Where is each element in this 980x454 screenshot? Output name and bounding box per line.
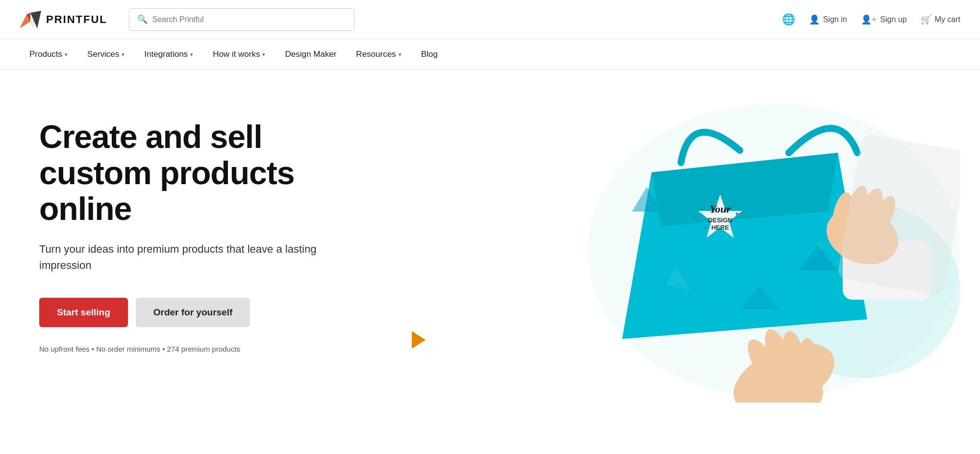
order-for-yourself-button[interactable]: Order for yourself <box>136 298 251 327</box>
hero-buttons: Start selling Order for yourself <box>39 298 382 327</box>
hero-footnote: No upfront fees • No order minimums • 27… <box>39 345 382 353</box>
language-selector[interactable]: 🌐 <box>782 13 795 26</box>
sign-in-label: Sign in <box>823 15 847 24</box>
svg-text:DESIGN: DESIGN <box>708 216 732 224</box>
chevron-down-icon: ▾ <box>262 51 265 58</box>
nav-integrations[interactable]: Integrations ▾ <box>134 39 203 70</box>
search-icon: 🔍 <box>137 14 148 24</box>
nav-services[interactable]: Services ▾ <box>77 39 134 70</box>
cart-button[interactable]: 🛒 My cart <box>921 14 960 25</box>
nav-integrations-label: Integrations <box>144 49 188 59</box>
svg-text:+: + <box>704 223 707 231</box>
sign-up-label: Sign up <box>880 15 906 24</box>
chevron-down-icon: ▾ <box>190 51 193 58</box>
nav-how-it-works-label: How it works <box>213 49 260 59</box>
sign-up-button[interactable]: 👤+ Sign up <box>861 14 907 25</box>
chevron-down-icon: ▾ <box>399 51 402 58</box>
svg-text:HERE: HERE <box>711 224 729 231</box>
svg-text:▶: ▶ <box>736 211 740 216</box>
hero-content: Create and sell custom products online T… <box>39 119 382 354</box>
search-input[interactable] <box>152 15 346 24</box>
logo-icon <box>20 11 41 28</box>
cart-label: My cart <box>935 15 960 24</box>
nav-resources-label: Resources <box>356 49 396 59</box>
nav-design-maker-label: Design Maker <box>285 49 336 59</box>
svg-text:Your: Your <box>710 203 731 215</box>
nav-how-it-works[interactable]: How it works ▾ <box>203 39 275 70</box>
hero-image-area: Your DESIGN HERE + ▶ <box>382 99 941 373</box>
hero-subtitle: Turn your ideas into premium products th… <box>39 241 324 273</box>
search-bar: 🔍 <box>129 8 354 31</box>
cart-icon: 🛒 <box>921 14 931 25</box>
logo[interactable]: PRINTFUL <box>20 11 107 28</box>
nav-products[interactable]: Products ▾ <box>20 39 77 70</box>
person-add-icon: 👤+ <box>861 14 877 25</box>
nav-blog[interactable]: Blog <box>411 39 448 70</box>
chevron-down-icon: ▾ <box>65 51 68 58</box>
hero-section: Create and sell custom products online T… <box>0 70 980 403</box>
nav-services-label: Services <box>87 49 119 59</box>
header-right: 🌐 👤 Sign in 👤+ Sign up 🛒 My cart <box>782 13 960 26</box>
sign-in-button[interactable]: 👤 Sign in <box>809 14 847 25</box>
hero-illustration: Your DESIGN HERE + ▶ <box>519 84 960 403</box>
nav-resources[interactable]: Resources ▾ <box>346 39 411 70</box>
start-selling-button[interactable]: Start selling <box>39 298 128 327</box>
nav-blog-label: Blog <box>421 49 438 59</box>
header: PRINTFUL 🔍 🌐 👤 Sign in 👤+ Sign up 🛒 My c… <box>0 0 980 39</box>
play-arrow-icon[interactable] <box>412 331 426 349</box>
person-icon: 👤 <box>809 14 820 25</box>
logo-text: PRINTFUL <box>46 13 107 26</box>
nav-design-maker[interactable]: Design Maker <box>275 39 346 70</box>
hero-title: Create and sell custom products online <box>39 119 382 228</box>
nav-products-label: Products <box>29 49 62 59</box>
chevron-down-icon: ▾ <box>122 51 125 58</box>
main-nav: Products ▾ Services ▾ Integrations ▾ How… <box>0 39 980 70</box>
